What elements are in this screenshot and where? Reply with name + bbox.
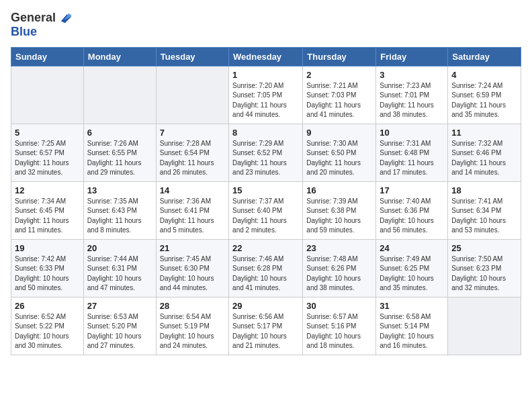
weekday-header-saturday: Saturday — [448, 47, 521, 66]
day-info: Sunrise: 7:23 AM Sunset: 7:01 PM Dayligh… — [380, 81, 444, 120]
logo: General Blue — [11, 11, 72, 39]
day-info: Sunrise: 7:40 AM Sunset: 6:36 PM Dayligh… — [380, 197, 444, 236]
day-number: 17 — [380, 185, 444, 195]
day-number: 3 — [380, 70, 444, 80]
day-number: 12 — [15, 185, 80, 195]
calendar-cell: 24Sunrise: 7:49 AM Sunset: 6:25 PM Dayli… — [376, 239, 448, 297]
calendar-cell: 31Sunrise: 6:58 AM Sunset: 5:14 PM Dayli… — [376, 297, 448, 355]
day-info: Sunrise: 7:28 AM Sunset: 6:54 PM Dayligh… — [160, 139, 225, 178]
calendar-cell: 21Sunrise: 7:45 AM Sunset: 6:30 PM Dayli… — [156, 239, 228, 297]
calendar-cell: 9Sunrise: 7:30 AM Sunset: 6:50 PM Daylig… — [303, 124, 376, 181]
day-number: 4 — [451, 70, 517, 80]
calendar-cell: 18Sunrise: 7:41 AM Sunset: 6:34 PM Dayli… — [448, 181, 521, 239]
day-number: 24 — [380, 243, 444, 253]
calendar-cell: 8Sunrise: 7:29 AM Sunset: 6:52 PM Daylig… — [229, 124, 303, 181]
calendar-cell: 25Sunrise: 7:50 AM Sunset: 6:23 PM Dayli… — [448, 239, 521, 297]
calendar-cell: 5Sunrise: 7:25 AM Sunset: 6:57 PM Daylig… — [11, 124, 84, 181]
weekday-header-friday: Friday — [376, 47, 448, 66]
day-number: 26 — [15, 301, 80, 311]
calendar-cell: 17Sunrise: 7:40 AM Sunset: 6:36 PM Dayli… — [376, 181, 448, 239]
day-info: Sunrise: 7:24 AM Sunset: 6:59 PM Dayligh… — [451, 81, 517, 120]
day-info: Sunrise: 7:29 AM Sunset: 6:52 PM Dayligh… — [232, 139, 299, 178]
day-number: 15 — [232, 185, 299, 195]
day-info: Sunrise: 7:31 AM Sunset: 6:48 PM Dayligh… — [380, 139, 444, 178]
day-number: 29 — [232, 301, 299, 311]
day-info: Sunrise: 7:50 AM Sunset: 6:23 PM Dayligh… — [451, 255, 517, 293]
day-number: 16 — [306, 185, 372, 195]
day-info: Sunrise: 7:46 AM Sunset: 6:28 PM Dayligh… — [232, 255, 299, 293]
logo-bird-icon — [57, 11, 72, 26]
day-info: Sunrise: 7:26 AM Sunset: 6:55 PM Dayligh… — [87, 139, 152, 178]
logo-general: General — [11, 11, 56, 25]
calendar-week-row: 12Sunrise: 7:34 AM Sunset: 6:45 PM Dayli… — [11, 181, 521, 239]
calendar-cell: 22Sunrise: 7:46 AM Sunset: 6:28 PM Dayli… — [229, 239, 303, 297]
day-number: 20 — [87, 243, 152, 253]
calendar-week-row: 19Sunrise: 7:42 AM Sunset: 6:33 PM Dayli… — [11, 239, 521, 297]
day-number: 23 — [306, 243, 372, 253]
day-number: 14 — [160, 185, 225, 195]
day-number: 18 — [451, 185, 517, 195]
day-number: 19 — [15, 243, 80, 253]
calendar-cell: 20Sunrise: 7:44 AM Sunset: 6:31 PM Dayli… — [83, 239, 156, 297]
weekday-header-wednesday: Wednesday — [229, 47, 303, 66]
calendar-cell: 23Sunrise: 7:48 AM Sunset: 6:26 PM Dayli… — [303, 239, 376, 297]
day-info: Sunrise: 7:39 AM Sunset: 6:38 PM Dayligh… — [306, 197, 372, 236]
day-info: Sunrise: 6:58 AM Sunset: 5:14 PM Dayligh… — [380, 312, 444, 351]
calendar-cell: 27Sunrise: 6:53 AM Sunset: 5:20 PM Dayli… — [83, 297, 156, 355]
day-info: Sunrise: 6:56 AM Sunset: 5:17 PM Dayligh… — [232, 312, 299, 351]
calendar-cell: 26Sunrise: 6:52 AM Sunset: 5:22 PM Dayli… — [11, 297, 84, 355]
day-info: Sunrise: 7:41 AM Sunset: 6:34 PM Dayligh… — [451, 197, 517, 236]
day-number: 6 — [87, 128, 152, 138]
day-number: 7 — [160, 128, 225, 138]
day-info: Sunrise: 7:20 AM Sunset: 7:05 PM Dayligh… — [232, 81, 299, 120]
calendar-cell: 1Sunrise: 7:20 AM Sunset: 7:05 PM Daylig… — [229, 66, 303, 124]
day-info: Sunrise: 6:52 AM Sunset: 5:22 PM Dayligh… — [15, 312, 80, 351]
day-info: Sunrise: 7:35 AM Sunset: 6:43 PM Dayligh… — [87, 197, 152, 236]
weekday-header-monday: Monday — [83, 47, 156, 66]
calendar-cell: 13Sunrise: 7:35 AM Sunset: 6:43 PM Dayli… — [83, 181, 156, 239]
calendar-cell: 7Sunrise: 7:28 AM Sunset: 6:54 PM Daylig… — [156, 124, 228, 181]
day-number: 28 — [160, 301, 225, 311]
day-info: Sunrise: 6:53 AM Sunset: 5:20 PM Dayligh… — [87, 312, 152, 351]
day-info: Sunrise: 7:44 AM Sunset: 6:31 PM Dayligh… — [87, 255, 152, 293]
day-info: Sunrise: 7:37 AM Sunset: 6:40 PM Dayligh… — [232, 197, 299, 236]
page-header: General Blue — [11, 11, 521, 39]
day-number: 8 — [232, 128, 299, 138]
day-info: Sunrise: 7:30 AM Sunset: 6:50 PM Dayligh… — [306, 139, 372, 178]
day-number: 10 — [380, 128, 444, 138]
day-number: 2 — [306, 70, 372, 80]
day-info: Sunrise: 7:34 AM Sunset: 6:45 PM Dayligh… — [15, 197, 80, 236]
calendar-cell: 4Sunrise: 7:24 AM Sunset: 6:59 PM Daylig… — [448, 66, 521, 124]
calendar-week-row: 5Sunrise: 7:25 AM Sunset: 6:57 PM Daylig… — [11, 124, 521, 181]
day-info: Sunrise: 7:42 AM Sunset: 6:33 PM Dayligh… — [15, 255, 80, 293]
calendar-cell: 16Sunrise: 7:39 AM Sunset: 6:38 PM Dayli… — [303, 181, 376, 239]
calendar-cell: 3Sunrise: 7:23 AM Sunset: 7:01 PM Daylig… — [376, 66, 448, 124]
calendar-week-row: 26Sunrise: 6:52 AM Sunset: 5:22 PM Dayli… — [11, 297, 521, 355]
calendar-cell: 6Sunrise: 7:26 AM Sunset: 6:55 PM Daylig… — [83, 124, 156, 181]
day-info: Sunrise: 7:49 AM Sunset: 6:25 PM Dayligh… — [380, 255, 444, 293]
day-number: 5 — [15, 128, 80, 138]
day-number: 13 — [87, 185, 152, 195]
day-info: Sunrise: 7:21 AM Sunset: 7:03 PM Dayligh… — [306, 81, 372, 120]
day-number: 21 — [160, 243, 225, 253]
weekday-header-sunday: Sunday — [11, 47, 84, 66]
calendar-cell: 10Sunrise: 7:31 AM Sunset: 6:48 PM Dayli… — [376, 124, 448, 181]
day-info: Sunrise: 6:54 AM Sunset: 5:19 PM Dayligh… — [160, 312, 225, 351]
calendar-table: SundayMondayTuesdayWednesdayThursdayFrid… — [11, 47, 521, 355]
day-number: 1 — [232, 70, 299, 80]
day-number: 25 — [451, 243, 517, 253]
calendar-cell: 12Sunrise: 7:34 AM Sunset: 6:45 PM Dayli… — [11, 181, 84, 239]
logo-blue: Blue — [11, 25, 37, 38]
day-info: Sunrise: 7:25 AM Sunset: 6:57 PM Dayligh… — [15, 139, 80, 178]
calendar-header-row: SundayMondayTuesdayWednesdayThursdayFrid… — [11, 47, 521, 66]
day-number: 31 — [380, 301, 444, 311]
weekday-header-tuesday: Tuesday — [156, 47, 228, 66]
calendar-cell: 11Sunrise: 7:32 AM Sunset: 6:46 PM Dayli… — [448, 124, 521, 181]
calendar-cell — [11, 66, 84, 124]
calendar-cell — [156, 66, 228, 124]
day-info: Sunrise: 6:57 AM Sunset: 5:16 PM Dayligh… — [306, 312, 372, 351]
calendar-cell: 19Sunrise: 7:42 AM Sunset: 6:33 PM Dayli… — [11, 239, 84, 297]
day-info: Sunrise: 7:45 AM Sunset: 6:30 PM Dayligh… — [160, 255, 225, 293]
calendar-cell: 28Sunrise: 6:54 AM Sunset: 5:19 PM Dayli… — [156, 297, 228, 355]
day-info: Sunrise: 7:48 AM Sunset: 6:26 PM Dayligh… — [306, 255, 372, 293]
